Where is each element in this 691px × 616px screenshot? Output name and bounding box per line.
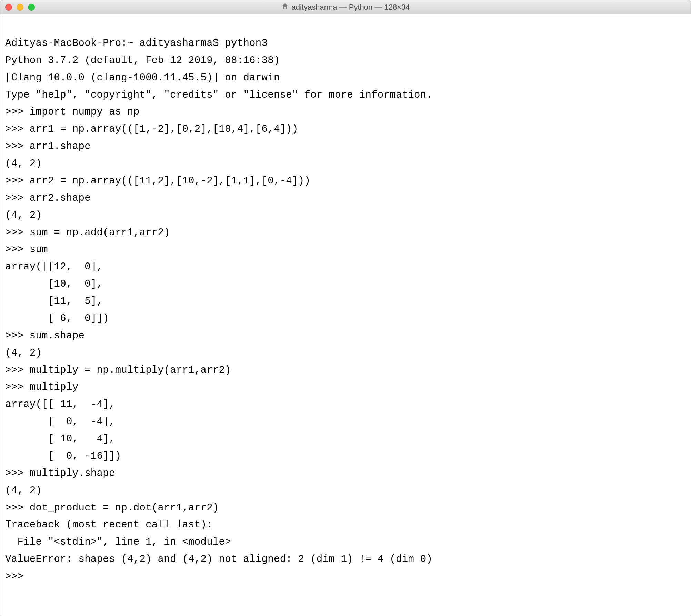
home-icon xyxy=(281,2,289,12)
maximize-button[interactable] xyxy=(28,4,35,11)
terminal-line: Python 3.7.2 (default, Feb 12 2019, 08:1… xyxy=(5,55,280,66)
window-controls xyxy=(5,4,35,11)
terminal-line: (4, 2) xyxy=(5,210,42,221)
terminal-line: (4, 2) xyxy=(5,485,42,496)
terminal-line: >>> sum xyxy=(5,244,48,255)
terminal-window: adityasharma — Python — 128×34 Adityas-M… xyxy=(0,0,691,616)
terminal-line: Traceback (most recent call last): xyxy=(5,519,213,530)
terminal-line: [11, 5], xyxy=(5,296,103,307)
close-button[interactable] xyxy=(5,4,12,11)
terminal-line: Type "help", "copyright", "credits" or "… xyxy=(5,89,432,101)
terminal-line: [ 6, 0]]) xyxy=(5,313,109,324)
terminal-line: >>> arr2.shape xyxy=(5,192,91,204)
terminal-line: (4, 2) xyxy=(5,347,42,359)
terminal-line: [10, 0], xyxy=(5,278,103,290)
terminal-line: >>> arr1 = np.array(([1,-2],[0,2],[10,4]… xyxy=(5,123,298,135)
terminal-line: (4, 2) xyxy=(5,158,42,169)
terminal-line: >>> xyxy=(5,571,30,582)
terminal-line: >>> arr2 = np.array(([11,2],[10,-2],[1,1… xyxy=(5,175,310,187)
terminal-line: [ 10, 4], xyxy=(5,433,115,445)
terminal-line: [ 0, -16]]) xyxy=(5,450,121,462)
terminal-line: ValueError: shapes (4,2) and (4,2) not a… xyxy=(5,554,432,565)
terminal-line: >>> sum = np.add(arr1,arr2) xyxy=(5,227,170,238)
terminal-line: [Clang 10.0.0 (clang-1000.11.45.5)] on d… xyxy=(5,72,280,83)
terminal-line: >>> dot_product = np.dot(arr1,arr2) xyxy=(5,502,219,514)
terminal-line: array([[12, 0], xyxy=(5,261,103,272)
window-title: adityasharma — Python — 128×34 xyxy=(291,3,410,12)
terminal-line: [ 0, -4], xyxy=(5,416,115,427)
terminal-line: >>> multiply xyxy=(5,381,78,393)
terminal-output[interactable]: Adityas-MacBook-Pro:~ adityasharma$ pyth… xyxy=(0,14,691,616)
terminal-line: >>> multiply = np.multiply(arr1,arr2) xyxy=(5,365,231,376)
terminal-line: >>> import numpy as np xyxy=(5,106,139,118)
minimize-button[interactable] xyxy=(17,4,23,11)
terminal-line: Adityas-MacBook-Pro:~ adityasharma$ pyth… xyxy=(5,38,268,49)
terminal-line: array([[ 11, -4], xyxy=(5,399,115,410)
titlebar[interactable]: adityasharma — Python — 128×34 xyxy=(0,0,691,14)
terminal-line: >>> arr1.shape xyxy=(5,141,91,152)
terminal-line: File "<stdin>", line 1, in <module> xyxy=(5,536,231,548)
window-title-area: adityasharma — Python — 128×34 xyxy=(281,2,410,12)
terminal-line: >>> multiply.shape xyxy=(5,468,115,479)
terminal-line: >>> sum.shape xyxy=(5,330,84,341)
